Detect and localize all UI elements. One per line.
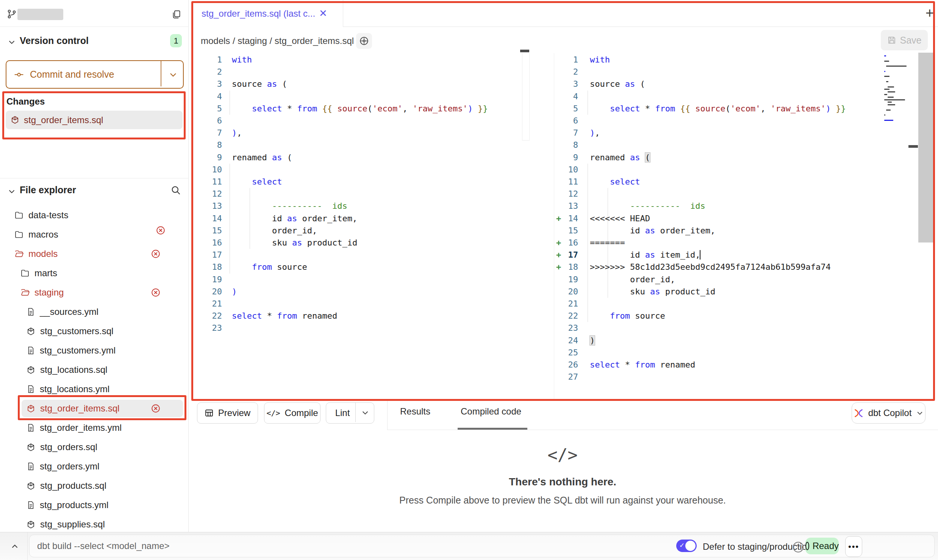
code-line[interactable]: <<<<<<< HEAD [590,213,650,225]
tab-stg-order-items[interactable]: stg_order_items.sql (last c... ✕ [192,0,343,27]
line-number: 8 [549,139,578,152]
commit-and-resolve-button[interactable]: Commit and resolve [6,60,184,89]
file-item-stg-orders-sql[interactable]: stg_orders.sql [27,438,97,456]
compile-button[interactable]: </> Compile [264,402,320,424]
help-icon[interactable]: ? [793,542,804,552]
divider [355,403,356,422]
minimap-line [884,61,889,62]
lint-button[interactable]: Lint [326,402,374,424]
file-item-stg-order-items-sql[interactable]: stg_order_items.sql [27,400,119,417]
new-tab-button[interactable]: + [921,5,938,21]
revert-change-icon[interactable] [151,288,161,297]
file-item-models[interactable]: models [14,245,58,263]
file-item-marts[interactable]: marts [20,264,57,282]
chevron-up-icon[interactable] [10,541,20,551]
more-options-button[interactable]: ••• [845,536,862,557]
defer-toggle[interactable]: ✓ [676,540,697,552]
file-item-stg-order-items-yml[interactable]: stg_order_items.yml [27,419,122,436]
line-number: 10 [549,164,578,176]
revert-change-icon[interactable] [156,225,166,235]
chevron-down-icon [916,409,924,417]
code-line[interactable]: select * from {{ source('ecom', 'raw_ite… [232,103,488,115]
scrollbar-thumb[interactable] [520,50,529,52]
dbt-copilot-button[interactable]: dbt Copilot [852,402,925,424]
line-number: 4 [549,91,578,103]
file-item-label: stg_orders.yml [40,461,99,472]
code-line[interactable]: select * from renamed [590,359,695,371]
code-line[interactable]: ), [232,127,242,139]
scrollbar-marker [908,145,918,148]
document-icon [27,424,35,432]
file-item-stg-orders-yml[interactable]: stg_orders.yml [27,458,99,475]
code-line[interactable]: select * from {{ source('ecom', 'raw_ite… [590,103,846,115]
code-line[interactable]: order_id, [590,274,675,286]
line-number: 5 [549,103,578,115]
file-item--sources-yml[interactable]: __sources.yml [27,303,98,321]
code-line[interactable]: ), [590,127,600,139]
file-item-macros[interactable]: macros [14,226,58,243]
file-item-stg-products-yml[interactable]: stg_products.yml [27,496,108,514]
scrollbar-thumb[interactable] [918,53,935,242]
close-tab-icon[interactable]: ✕ [319,8,327,19]
line-number: 1 [549,54,578,66]
file-item-stg-customers-yml[interactable]: stg_customers.yml [27,342,116,359]
code-line[interactable]: select * from renamed [232,310,337,322]
line-number: 15 [549,225,578,237]
code-line[interactable]: source as ( [590,78,645,91]
revert-change-icon[interactable] [151,249,161,259]
code-line[interactable]: from source [232,261,307,274]
save-button[interactable]: Save [881,30,928,50]
divider [387,430,938,430]
code-line[interactable]: select [590,176,640,188]
preview-button[interactable]: Preview [197,402,258,424]
code-line[interactable]: select [232,176,282,188]
changed-file-row[interactable]: stg_order_items.sql [6,111,183,129]
line-number: 2 [193,66,222,78]
file-item-stg-products-sql[interactable]: stg_products.sql [27,477,106,494]
minimap-line [888,86,894,88]
file-item-label: macros [28,229,58,240]
code-line[interactable]: >>>>>>> 58c1dd23d5eebd9cd2495fa7124ab61b… [590,261,831,274]
code-line[interactable]: id as order_item, [232,213,357,225]
breadcrumb: models / staging / stg_order_items.sql [201,36,354,46]
chevron-down-icon[interactable] [8,38,16,46]
code-line[interactable]: renamed as ( [232,152,292,164]
file-item-staging[interactable]: staging [20,284,64,301]
code-line[interactable]: source as ( [232,78,287,91]
chevron-down-icon[interactable] [169,70,178,79]
code-line[interactable]: renamed as ( [590,152,650,164]
copy-pages-icon[interactable] [171,9,181,19]
search-icon[interactable] [170,185,181,196]
lineage-compass-icon[interactable] [356,33,372,49]
code-line[interactable]: from source [590,310,665,322]
code-line[interactable]: with [232,54,252,66]
indent-guide [230,91,230,115]
tab-results[interactable]: Results [400,406,430,417]
file-item-data-tests[interactable]: data-tests [14,206,68,224]
code-line[interactable]: order_id, [232,225,317,237]
line-number: 3 [193,78,222,91]
line-number: 7 [549,127,578,139]
code-line[interactable]: ---------- ids [590,200,705,213]
code-line[interactable]: id as order_item, [590,225,715,237]
indent-guide [588,164,588,322]
tab-compiled-code[interactable]: Compiled code [461,406,521,417]
chevron-down-icon[interactable] [8,187,16,196]
chevron-down-icon[interactable] [361,408,369,417]
revert-change-icon[interactable] [151,404,161,413]
file-item-stg-locations-sql[interactable]: stg_locations.sql [27,361,107,379]
code-line[interactable]: ) [232,286,237,298]
file-item-stg-supplies-sql[interactable]: stg_supplies.sql [27,516,105,533]
code-line[interactable]: id as item_id, [590,249,700,261]
code-line[interactable]: with [590,54,610,66]
file-item-stg-customers-sql[interactable]: stg_customers.sql [27,322,113,340]
file-item-stg-locations-yml[interactable]: stg_locations.yml [27,380,109,398]
preview-button-label: Preview [218,408,250,418]
divider [27,532,28,560]
code-line[interactable]: ======= [590,237,625,249]
code-line[interactable]: sku as product_id [590,286,715,298]
code-line[interactable]: ---------- ids [232,200,347,213]
code-line[interactable]: sku as product_id [232,237,357,249]
line-number: 10 [193,164,222,176]
code-line[interactable]: ) [590,335,595,347]
